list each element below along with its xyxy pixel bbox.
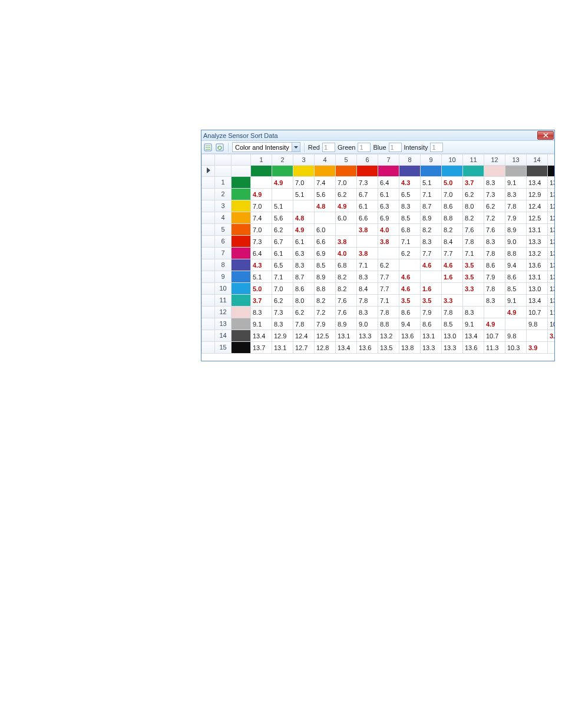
data-cell[interactable]: 8.9	[421, 212, 442, 224]
data-cell[interactable]: 3.5	[421, 295, 442, 307]
data-cell[interactable]: 3.5	[463, 271, 484, 283]
data-cell[interactable]: 7.9	[315, 318, 336, 330]
column-header[interactable]: 9	[421, 154, 442, 166]
data-cell[interactable]: 6.4	[251, 248, 272, 259]
row-handle[interactable]	[202, 271, 215, 283]
data-cell[interactable]: 7.3	[251, 236, 272, 248]
data-cell[interactable]: 8.6	[442, 200, 463, 212]
table-row[interactable]: 84.36.58.38.56.87.16.24.64.63.58.69.413.…	[202, 259, 555, 271]
table-row[interactable]: 105.07.08.68.88.28.47.74.61.63.37.88.513…	[202, 283, 555, 295]
export-icon[interactable]	[203, 143, 213, 152]
data-cell[interactable]	[378, 248, 399, 259]
data-cell[interactable]: 4.8	[315, 200, 336, 212]
column-header[interactable]: 15	[548, 154, 555, 166]
data-cell[interactable]: 8.3	[484, 295, 505, 307]
data-cell[interactable]: 12.7	[548, 200, 555, 212]
data-cell[interactable]: 3.7	[463, 177, 484, 189]
table-row[interactable]: 1513.713.112.712.813.413.613.513.813.313…	[202, 342, 555, 354]
data-cell[interactable]: 13.5	[378, 342, 399, 354]
dropdown-button[interactable]	[292, 143, 300, 151]
data-cell[interactable]: 8.0	[293, 295, 315, 307]
data-cell[interactable]: 8.6	[484, 259, 505, 271]
data-cell[interactable]: 6.6	[357, 212, 378, 224]
data-cell[interactable]	[315, 212, 336, 224]
data-cell[interactable]: 7.3	[272, 307, 293, 318]
data-cell[interactable]: 7.7	[421, 248, 442, 259]
data-cell[interactable]: 9.1	[463, 318, 484, 330]
column-header[interactable]: 14	[527, 154, 548, 166]
row-handle[interactable]	[202, 248, 215, 259]
green-input[interactable]	[358, 143, 371, 152]
data-cell[interactable]	[251, 177, 272, 189]
data-cell[interactable]: 13.8	[548, 259, 555, 271]
row-handle[interactable]	[202, 189, 215, 200]
data-cell[interactable]: 6.2	[378, 259, 399, 271]
data-cell[interactable]: 6.7	[357, 189, 378, 200]
data-cell[interactable]: 6.1	[357, 200, 378, 212]
blue-input[interactable]	[389, 143, 402, 152]
data-cell[interactable]: 7.9	[484, 271, 505, 283]
data-cell[interactable]: 9.4	[505, 259, 527, 271]
data-cell[interactable]: 8.6	[293, 283, 315, 295]
data-cell[interactable]: 7.1	[463, 248, 484, 259]
row-handle[interactable]	[202, 236, 215, 248]
data-cell[interactable]: 7.2	[484, 212, 505, 224]
data-cell[interactable]: 13.0	[527, 283, 548, 295]
data-cell[interactable]: 13.1	[336, 330, 357, 342]
data-cell[interactable]: 6.1	[293, 236, 315, 248]
column-header[interactable]: 13	[505, 154, 527, 166]
data-cell[interactable]: 6.2	[463, 189, 484, 200]
data-cell[interactable]: 13.7	[548, 177, 555, 189]
data-cell[interactable]: 13.4	[548, 224, 555, 236]
data-cell[interactable]: 6.7	[272, 236, 293, 248]
data-cell[interactable]: 7.0	[293, 177, 315, 189]
data-cell[interactable]: 6.0	[315, 224, 336, 236]
data-cell[interactable]: 4.9	[293, 224, 315, 236]
data-cell[interactable]	[336, 224, 357, 236]
data-cell[interactable]: 3.5	[463, 259, 484, 271]
data-cell[interactable]: 4.9	[272, 177, 293, 189]
data-cell[interactable]: 9.1	[505, 295, 527, 307]
data-cell[interactable]: 4.6	[442, 259, 463, 271]
data-cell[interactable]: 4.0	[336, 248, 357, 259]
data-cell[interactable]: 7.9	[421, 307, 442, 318]
data-cell[interactable]: 13.4	[527, 295, 548, 307]
data-grid[interactable]: 12345678910111213141514.97.07.47.07.36.4…	[201, 154, 554, 361]
row-handle[interactable]	[202, 200, 215, 212]
column-header[interactable]: 8	[399, 154, 421, 166]
close-button[interactable]	[537, 131, 554, 140]
table-row[interactable]: 128.37.36.27.27.68.37.88.67.97.88.34.910…	[202, 307, 555, 318]
data-cell[interactable]: 8.6	[505, 271, 527, 283]
row-handle[interactable]	[202, 318, 215, 330]
data-cell[interactable]: 3.7	[251, 295, 272, 307]
data-cell[interactable]: 7.8	[442, 307, 463, 318]
data-cell[interactable]: 3.8	[336, 236, 357, 248]
column-header[interactable]: 11	[463, 154, 484, 166]
data-cell[interactable]: 7.0	[442, 189, 463, 200]
data-cell[interactable]: 13.4	[251, 330, 272, 342]
row-handle[interactable]	[202, 307, 215, 318]
titlebar[interactable]: Analyze Sensor Sort Data	[201, 130, 554, 141]
data-cell[interactable]: 11.3	[484, 342, 505, 354]
refresh-icon[interactable]	[215, 143, 224, 152]
data-cell[interactable]: 12.9	[272, 330, 293, 342]
data-cell[interactable]: 7.7	[378, 283, 399, 295]
data-cell[interactable]: 9.1	[251, 318, 272, 330]
data-cell[interactable]: 12.5	[527, 212, 548, 224]
data-cell[interactable]: 13.6	[463, 342, 484, 354]
data-cell[interactable]: 7.7	[378, 271, 399, 283]
data-cell[interactable]: 8.3	[505, 189, 527, 200]
data-cell[interactable]: 6.8	[399, 224, 421, 236]
data-cell[interactable]: 13.2	[527, 248, 548, 259]
data-cell[interactable]: 12.4	[527, 200, 548, 212]
data-cell[interactable]	[505, 318, 527, 330]
data-cell[interactable]: 7.0	[251, 200, 272, 212]
row-handle[interactable]	[202, 177, 215, 189]
data-cell[interactable]	[293, 200, 315, 212]
data-cell[interactable]: 13.6	[399, 330, 421, 342]
data-cell[interactable]: 6.6	[315, 236, 336, 248]
data-cell[interactable]: 4.3	[399, 177, 421, 189]
data-cell[interactable]: 4.6	[421, 259, 442, 271]
data-cell[interactable]: 13.6	[527, 259, 548, 271]
data-cell[interactable]: 5.6	[272, 212, 293, 224]
